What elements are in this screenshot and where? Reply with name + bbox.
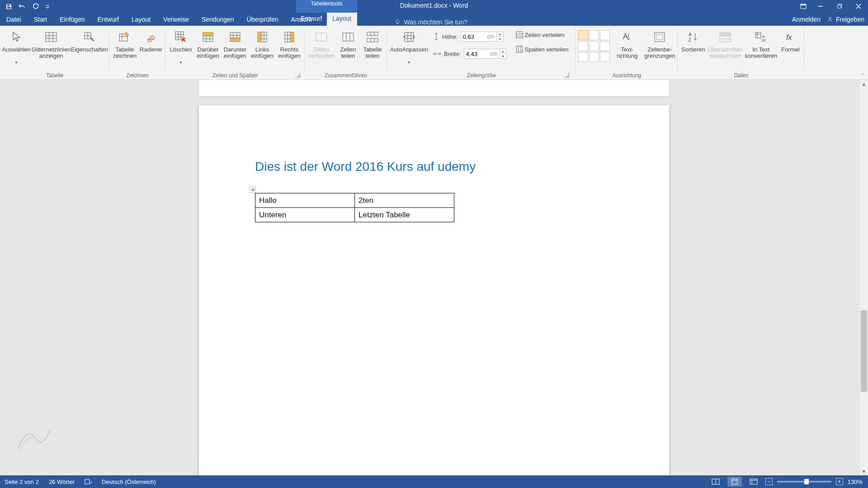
view-print-layout-icon[interactable] [727, 477, 742, 487]
width-up[interactable]: ▲ [500, 49, 506, 54]
split-cells-icon [340, 29, 356, 45]
text-direction-button[interactable]: A Text-richtung [614, 28, 640, 60]
align-middle-right[interactable] [600, 41, 610, 51]
group-launcher-size[interactable] [564, 72, 569, 78]
align-bottom-center[interactable] [589, 52, 599, 62]
autofit-button[interactable]: AutoAnpassen ▼ [392, 28, 427, 65]
redo-icon[interactable] [31, 1, 41, 11]
delete-button[interactable]: Löschen ▼ [168, 28, 193, 65]
group-launcher-zeilen[interactable] [295, 72, 300, 78]
height-down[interactable]: ▼ [497, 37, 503, 41]
insert-below-button[interactable]: Darunter einfügen [222, 28, 248, 60]
height-spinner[interactable]: cm ▲▼ [461, 32, 504, 42]
tab-einfuegen[interactable]: Einfügen [53, 14, 91, 26]
align-bottom-left[interactable] [578, 52, 588, 62]
zoom-slider[interactable] [777, 481, 831, 483]
tab-layout[interactable]: Layout [125, 14, 157, 26]
table-cell[interactable]: Letzten Tabelle [355, 208, 454, 222]
view-read-mode-icon[interactable] [708, 477, 723, 487]
height-input[interactable] [461, 32, 487, 41]
align-middle-left[interactable] [578, 41, 588, 51]
insert-right-button[interactable]: Rechts einfügen [277, 28, 302, 60]
table-cell[interactable]: Unteren [255, 208, 355, 222]
tab-verweise[interactable]: Verweise [157, 14, 195, 26]
width-down[interactable]: ▼ [500, 54, 506, 58]
scroll-up-icon[interactable]: ▲ [860, 80, 868, 88]
sign-in-link[interactable]: Anmelden [792, 16, 821, 23]
document-table[interactable]: Hallo 2ten Unteren Letzten Tabelle [255, 193, 454, 222]
context-tab-entwurf[interactable]: Entwurf [296, 13, 327, 26]
undo-icon[interactable] [17, 1, 27, 11]
svg-rect-36 [720, 33, 731, 35]
qat-customize-icon[interactable] [44, 1, 51, 11]
tell-me-search[interactable]: Was möchten Sie tun? [395, 19, 467, 26]
split-table-button[interactable]: Tabelle teilen [361, 28, 384, 60]
collapse-ribbon-icon[interactable]: ˄ [862, 73, 864, 79]
svg-rect-8 [46, 33, 57, 42]
status-page[interactable]: Seite 2 von 2 [5, 479, 39, 485]
svg-rect-5 [838, 5, 841, 8]
document-heading[interactable]: Dies ist der Word 2016 Kurs auf udemy [255, 160, 613, 174]
svg-rect-43 [750, 479, 757, 484]
zoom-level[interactable]: 130% [848, 479, 863, 485]
insert-row-below-icon [227, 29, 243, 45]
sort-button[interactable]: AZ Sortieren [680, 28, 706, 60]
scroll-thumb[interactable] [861, 310, 867, 392]
vertical-scrollbar[interactable]: ▲ ▼ [860, 80, 868, 475]
svg-point-6 [396, 20, 399, 23]
svg-rect-32 [655, 33, 665, 42]
table-cell[interactable]: 2ten [355, 193, 454, 208]
scroll-down-icon[interactable]: ▼ [860, 467, 868, 475]
eraser-icon [143, 29, 159, 45]
align-top-center[interactable] [589, 30, 599, 40]
previous-page-bottom [199, 80, 669, 96]
split-cells-button[interactable]: Zellen teilen [337, 28, 359, 60]
group-zellengroesse: AutoAnpassen ▼ Höhe: cm ▲▼ Breite: [387, 26, 576, 80]
tab-datei[interactable]: Datei [0, 14, 28, 26]
tab-sendungen[interactable]: Sendungen [195, 14, 241, 26]
eraser-button[interactable]: Radierer [139, 28, 163, 60]
repeat-header-icon [717, 29, 733, 45]
tab-start[interactable]: Start [28, 14, 54, 26]
width-input[interactable] [464, 49, 491, 58]
distribute-rows-button[interactable]: Zeilen verteilen [513, 30, 571, 39]
insert-left-button[interactable]: Links einfügen [250, 28, 275, 60]
gridlines-button[interactable]: Gitternetzlinien anzeigen [32, 28, 71, 60]
tab-entwurf[interactable]: Entwurf [91, 14, 125, 26]
save-icon[interactable] [4, 1, 14, 11]
restore-icon[interactable] [830, 0, 849, 13]
width-spinner[interactable]: cm ▲▼ [464, 49, 507, 59]
page[interactable]: Dies ist der Word 2016 Kurs auf udemy ✥ … [199, 105, 669, 475]
context-tab-layout[interactable]: Layout [327, 13, 358, 26]
status-spellcheck-icon[interactable] [85, 479, 92, 485]
distribute-rows-icon [516, 31, 523, 38]
align-top-right[interactable] [600, 30, 610, 40]
zoom-in-button[interactable]: + [836, 478, 843, 485]
zoom-out-button[interactable]: − [765, 478, 773, 485]
insert-above-button[interactable]: Darüber einfügen [195, 28, 221, 60]
align-top-left[interactable] [578, 30, 588, 40]
status-language[interactable]: Deutsch (Österreich) [102, 479, 156, 485]
minimize-icon[interactable] [811, 0, 830, 13]
view-web-layout-icon[interactable] [746, 477, 761, 487]
table-move-handle[interactable]: ✥ [250, 187, 256, 193]
align-middle-center[interactable] [589, 41, 599, 51]
zoom-slider-knob[interactable] [804, 479, 809, 484]
convert-to-text-button[interactable]: In Text konvertieren [745, 28, 777, 60]
ribbon-display-options-icon[interactable] [796, 0, 811, 13]
status-word-count[interactable]: 26 Wörter [49, 479, 75, 485]
distribute-cols-button[interactable]: Spalten verteilen [513, 45, 571, 54]
draw-table-button[interactable]: Tabelle zeichnen [112, 28, 137, 60]
align-bottom-right[interactable] [600, 52, 610, 62]
tab-ueberpruefen[interactable]: Überprüfen [241, 14, 285, 26]
cell-margins-button[interactable]: Zellenbe-grenzungen [644, 28, 675, 60]
close-icon[interactable] [849, 0, 868, 13]
width-label: Breite: [444, 51, 461, 57]
formula-button[interactable]: fx Formel [779, 28, 802, 60]
height-up[interactable]: ▲ [497, 32, 503, 37]
share-button[interactable]: Freigeben [827, 16, 864, 23]
cursor-icon [9, 29, 24, 45]
table-cell[interactable]: Hallo [255, 193, 355, 208]
select-button[interactable]: Auswählen ▼ [3, 28, 30, 65]
properties-button[interactable]: Eigenschaften [72, 28, 107, 60]
